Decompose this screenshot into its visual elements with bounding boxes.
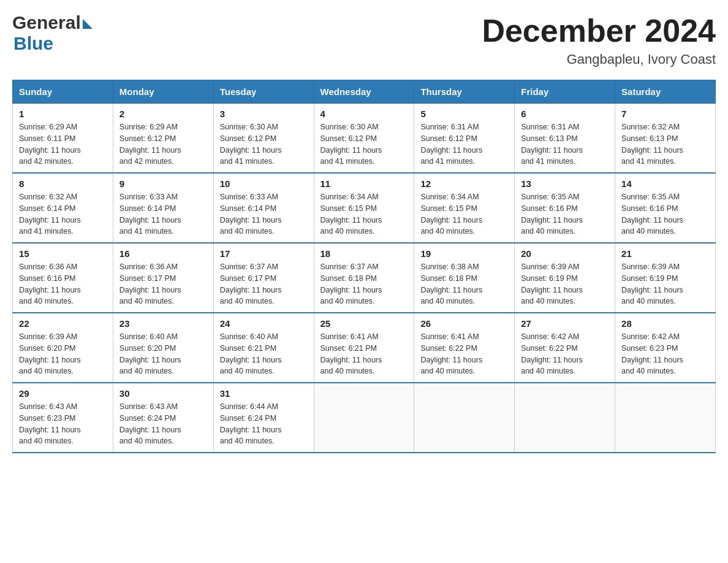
calendar-cell: [615, 383, 716, 453]
day-number: 7: [621, 109, 709, 119]
calendar-cell: 23Sunrise: 6:40 AMSunset: 6:20 PMDayligh…: [113, 313, 213, 383]
calendar-cell: 5Sunrise: 6:31 AMSunset: 6:12 PMDaylight…: [414, 104, 515, 174]
calendar-cell: 25Sunrise: 6:41 AMSunset: 6:21 PMDayligh…: [314, 313, 414, 383]
calendar-cell: 12Sunrise: 6:34 AMSunset: 6:15 PMDayligh…: [414, 173, 515, 243]
week-row-2: 8Sunrise: 6:32 AMSunset: 6:14 PMDaylight…: [13, 173, 716, 243]
calendar-cell: 7Sunrise: 6:32 AMSunset: 6:13 PMDaylight…: [615, 104, 716, 174]
day-info: Sunrise: 6:33 AMSunset: 6:14 PMDaylight:…: [119, 191, 207, 237]
day-info: Sunrise: 6:43 AMSunset: 6:24 PMDaylight:…: [119, 401, 207, 447]
calendar-cell: 26Sunrise: 6:41 AMSunset: 6:22 PMDayligh…: [414, 313, 515, 383]
calendar-cell: 15Sunrise: 6:36 AMSunset: 6:16 PMDayligh…: [13, 243, 113, 313]
day-info: Sunrise: 6:36 AMSunset: 6:16 PMDaylight:…: [19, 261, 107, 307]
day-number: 16: [119, 248, 207, 259]
day-number: 3: [220, 109, 308, 119]
day-number: 4: [320, 109, 408, 119]
calendar-cell: 28Sunrise: 6:42 AMSunset: 6:23 PMDayligh…: [615, 313, 716, 383]
day-info: Sunrise: 6:36 AMSunset: 6:17 PMDaylight:…: [119, 261, 207, 307]
day-number: 31: [220, 388, 308, 399]
day-info: Sunrise: 6:43 AMSunset: 6:23 PMDaylight:…: [19, 401, 107, 447]
day-info: Sunrise: 6:31 AMSunset: 6:13 PMDaylight:…: [521, 121, 609, 167]
day-info: Sunrise: 6:39 AMSunset: 6:20 PMDaylight:…: [19, 331, 107, 377]
calendar-cell: 3Sunrise: 6:30 AMSunset: 6:12 PMDaylight…: [213, 104, 314, 174]
week-row-5: 29Sunrise: 6:43 AMSunset: 6:23 PMDayligh…: [13, 383, 716, 453]
header-cell-sunday: Sunday: [13, 80, 113, 104]
page-header: General Blue December 2024 Gangbapleu, I…: [12, 12, 716, 67]
calendar-cell: 20Sunrise: 6:39 AMSunset: 6:19 PMDayligh…: [515, 243, 615, 313]
calendar-cell: 21Sunrise: 6:39 AMSunset: 6:19 PMDayligh…: [615, 243, 716, 313]
day-info: Sunrise: 6:35 AMSunset: 6:16 PMDaylight:…: [521, 191, 609, 237]
calendar-cell: 24Sunrise: 6:40 AMSunset: 6:21 PMDayligh…: [213, 313, 314, 383]
calendar-cell: 6Sunrise: 6:31 AMSunset: 6:13 PMDaylight…: [515, 104, 615, 174]
day-number: 28: [621, 318, 709, 329]
logo: General Blue: [12, 12, 93, 54]
calendar-cell: 31Sunrise: 6:44 AMSunset: 6:24 PMDayligh…: [213, 383, 314, 453]
calendar-cell: 17Sunrise: 6:37 AMSunset: 6:17 PMDayligh…: [213, 243, 314, 313]
day-number: 11: [320, 178, 408, 189]
day-info: Sunrise: 6:42 AMSunset: 6:22 PMDaylight:…: [521, 331, 609, 377]
day-number: 1: [19, 109, 107, 119]
day-info: Sunrise: 6:32 AMSunset: 6:13 PMDaylight:…: [621, 121, 709, 167]
day-number: 2: [119, 109, 207, 119]
calendar-cell: 16Sunrise: 6:36 AMSunset: 6:17 PMDayligh…: [113, 243, 213, 313]
day-number: 19: [420, 248, 508, 259]
day-info: Sunrise: 6:29 AMSunset: 6:12 PMDaylight:…: [119, 121, 207, 167]
calendar-cell: 1Sunrise: 6:29 AMSunset: 6:11 PMDaylight…: [13, 104, 113, 174]
day-info: Sunrise: 6:44 AMSunset: 6:24 PMDaylight:…: [220, 401, 308, 447]
header-cell-tuesday: Tuesday: [213, 80, 314, 104]
day-number: 14: [621, 178, 709, 189]
title-section: December 2024 Gangbapleu, Ivory Coast: [482, 12, 716, 67]
day-number: 9: [119, 178, 207, 189]
calendar-cell: 30Sunrise: 6:43 AMSunset: 6:24 PMDayligh…: [113, 383, 213, 453]
calendar-cell: 9Sunrise: 6:33 AMSunset: 6:14 PMDaylight…: [113, 173, 213, 243]
day-info: Sunrise: 6:41 AMSunset: 6:22 PMDaylight:…: [420, 331, 508, 377]
day-info: Sunrise: 6:34 AMSunset: 6:15 PMDaylight:…: [320, 191, 408, 237]
day-number: 18: [320, 248, 408, 259]
day-number: 21: [621, 248, 709, 259]
day-info: Sunrise: 6:40 AMSunset: 6:21 PMDaylight:…: [220, 331, 308, 377]
header-cell-thursday: Thursday: [414, 80, 515, 104]
calendar-cell: 11Sunrise: 6:34 AMSunset: 6:15 PMDayligh…: [314, 173, 414, 243]
week-row-1: 1Sunrise: 6:29 AMSunset: 6:11 PMDaylight…: [13, 104, 716, 174]
day-info: Sunrise: 6:29 AMSunset: 6:11 PMDaylight:…: [19, 121, 107, 167]
calendar-cell: 2Sunrise: 6:29 AMSunset: 6:12 PMDaylight…: [113, 104, 213, 174]
day-number: 22: [19, 318, 107, 329]
day-number: 17: [220, 248, 308, 259]
calendar-cell: 8Sunrise: 6:32 AMSunset: 6:14 PMDaylight…: [13, 173, 113, 243]
day-number: 20: [521, 248, 609, 259]
day-info: Sunrise: 6:41 AMSunset: 6:21 PMDaylight:…: [320, 331, 408, 377]
calendar-cell: 10Sunrise: 6:33 AMSunset: 6:14 PMDayligh…: [213, 173, 314, 243]
calendar-cell: 29Sunrise: 6:43 AMSunset: 6:23 PMDayligh…: [13, 383, 113, 453]
day-number: 6: [521, 109, 609, 119]
day-number: 5: [420, 109, 508, 119]
day-info: Sunrise: 6:38 AMSunset: 6:18 PMDaylight:…: [420, 261, 508, 307]
day-info: Sunrise: 6:32 AMSunset: 6:14 PMDaylight:…: [19, 191, 107, 237]
calendar-cell: 27Sunrise: 6:42 AMSunset: 6:22 PMDayligh…: [515, 313, 615, 383]
day-number: 8: [19, 178, 107, 189]
day-info: Sunrise: 6:35 AMSunset: 6:16 PMDaylight:…: [621, 191, 709, 237]
logo-arrow-icon: [83, 19, 93, 29]
day-number: 13: [521, 178, 609, 189]
location-subtitle: Gangbapleu, Ivory Coast: [482, 52, 716, 67]
day-info: Sunrise: 6:37 AMSunset: 6:17 PMDaylight:…: [220, 261, 308, 307]
day-number: 27: [521, 318, 609, 329]
day-info: Sunrise: 6:39 AMSunset: 6:19 PMDaylight:…: [521, 261, 609, 307]
calendar-cell: 19Sunrise: 6:38 AMSunset: 6:18 PMDayligh…: [414, 243, 515, 313]
day-number: 12: [420, 178, 508, 189]
month-title: December 2024: [482, 12, 716, 49]
calendar-cell: 14Sunrise: 6:35 AMSunset: 6:16 PMDayligh…: [615, 173, 716, 243]
day-number: 15: [19, 248, 107, 259]
day-number: 26: [420, 318, 508, 329]
day-number: 25: [320, 318, 408, 329]
day-info: Sunrise: 6:39 AMSunset: 6:19 PMDaylight:…: [621, 261, 709, 307]
day-number: 23: [119, 318, 207, 329]
calendar-cell: 4Sunrise: 6:30 AMSunset: 6:12 PMDaylight…: [314, 104, 414, 174]
day-info: Sunrise: 6:30 AMSunset: 6:12 PMDaylight:…: [320, 121, 408, 167]
day-info: Sunrise: 6:34 AMSunset: 6:15 PMDaylight:…: [420, 191, 508, 237]
calendar-cell: [414, 383, 515, 453]
calendar-cell: 22Sunrise: 6:39 AMSunset: 6:20 PMDayligh…: [13, 313, 113, 383]
week-row-4: 22Sunrise: 6:39 AMSunset: 6:20 PMDayligh…: [13, 313, 716, 383]
header-cell-monday: Monday: [113, 80, 213, 104]
day-number: 30: [119, 388, 207, 399]
header-row: SundayMondayTuesdayWednesdayThursdayFrid…: [13, 80, 716, 104]
calendar-cell: [515, 383, 615, 453]
